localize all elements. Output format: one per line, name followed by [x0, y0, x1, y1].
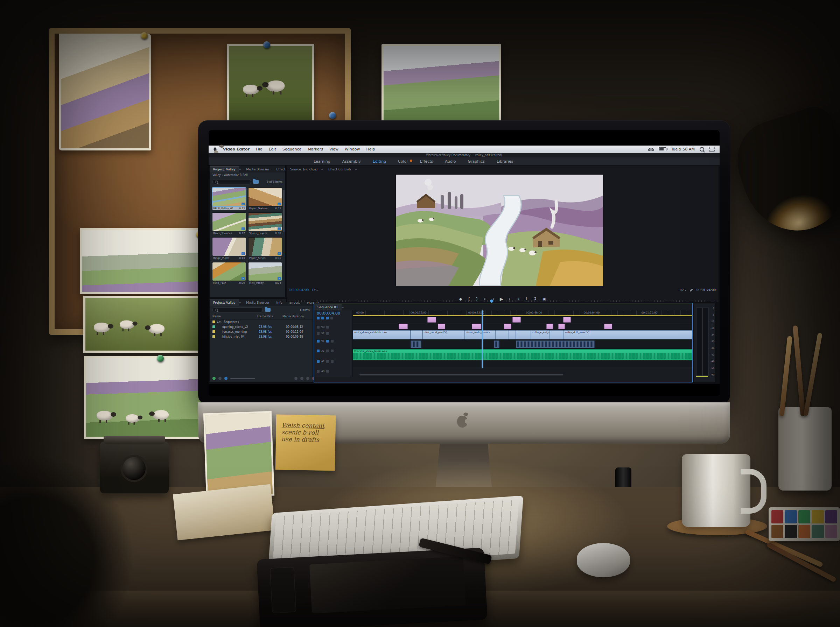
spotlight-search-icon[interactable]: [700, 147, 704, 151]
track-v3[interactable]: [353, 317, 692, 323]
project-search-input[interactable]: [213, 179, 251, 184]
video-clip[interactable]: cottage_ext_smoke: [531, 330, 550, 339]
graphic-clip[interactable]: [563, 317, 571, 323]
track-header-v2[interactable]: V2: [317, 332, 329, 335]
audio-clip[interactable]: [516, 340, 595, 348]
mark-in-button[interactable]: {: [468, 297, 470, 301]
video-clip[interactable]: river_bend_pan [V]: [422, 330, 465, 339]
graphic-clip[interactable]: [399, 324, 408, 329]
eye-icon[interactable]: [326, 326, 329, 329]
track-header-a3[interactable]: A3: [317, 370, 329, 373]
video-clip-thumb[interactable]: [495, 330, 509, 339]
graphic-clip[interactable]: [546, 324, 553, 329]
new-item-icon[interactable]: [306, 377, 309, 380]
audio-clip[interactable]: [411, 340, 421, 348]
bin-row-clip[interactable]: terraces_morning 23.98 fps 00:00:12:04: [210, 329, 312, 334]
lock-icon[interactable]: [317, 332, 320, 335]
lock-icon[interactable]: [317, 370, 320, 373]
track-header-a1[interactable]: A1: [317, 350, 334, 352]
bin-row-sequences[interactable]: ▸🗀 Sequences: [210, 320, 312, 325]
menu-view[interactable]: View: [329, 147, 339, 151]
mute-icon[interactable]: [326, 350, 329, 352]
apple-menu-icon[interactable]: [213, 148, 216, 151]
settings-wrench-icon[interactable]: [330, 317, 333, 320]
menu-markers[interactable]: Markers: [308, 147, 323, 151]
music-clip[interactable]: Peaceful_Valley_Music.wav: [353, 349, 692, 361]
workspace-tab-effects[interactable]: Effects: [420, 159, 433, 164]
snap-icon[interactable]: [317, 317, 320, 320]
control-center-icon[interactable]: [709, 147, 715, 152]
graphic-clip[interactable]: [604, 324, 612, 329]
step-forward-button[interactable]: ›: [509, 297, 510, 301]
mute-icon[interactable]: [326, 370, 329, 373]
source-patch-a2[interactable]: [317, 360, 320, 363]
new-bin-footer-icon[interactable]: [300, 377, 303, 380]
go-to-out-button[interactable]: ⇥: [516, 297, 519, 301]
settings-wrench-icon[interactable]: [690, 289, 693, 292]
app-name[interactable]: Video Editor: [223, 147, 249, 151]
menu-sequence[interactable]: Sequence: [282, 147, 301, 151]
eye-icon[interactable]: [331, 340, 334, 343]
timeline-timecode[interactable]: 00:00:04:00: [314, 310, 353, 316]
tab-effect-controls[interactable]: Effect Controls: [325, 167, 355, 172]
step-back-button[interactable]: ‹: [492, 297, 494, 301]
video-clip[interactable]: stone_walls_terrace: [465, 330, 495, 339]
menu-help[interactable]: Help: [366, 147, 375, 151]
export-frame-button[interactable]: ▣: [542, 297, 546, 301]
clip-card[interactable]: ▸Strata_Layers0:08: [249, 213, 282, 235]
video-clip[interactable]: misty_dawn_establish.mov: [353, 330, 411, 339]
automate-icon[interactable]: [213, 377, 216, 380]
tab-source-monitor[interactable]: Source: (no clips): [287, 167, 321, 172]
workspace-tab-graphics[interactable]: Graphics: [468, 159, 485, 164]
mute-icon[interactable]: [326, 360, 329, 363]
graphic-clip[interactable]: [438, 324, 445, 329]
tablet-active-area[interactable]: [309, 556, 466, 613]
track-v1[interactable]: misty_dawn_establish.mov river_bend_pan …: [353, 330, 692, 340]
tab-sequence[interactable]: Sequence 01: [314, 304, 342, 310]
tab-project[interactable]: Project: Valley: [210, 166, 239, 172]
panel-menu-icon[interactable]: ≡: [239, 168, 243, 172]
magic-mouse[interactable]: [577, 543, 630, 577]
track-header-v1[interactable]: V1: [317, 340, 334, 343]
audio-clip[interactable]: [494, 340, 500, 348]
target-v1[interactable]: [326, 340, 329, 343]
workspace-tab-audio[interactable]: Audio: [445, 159, 456, 164]
timeline-playhead[interactable]: [482, 310, 483, 368]
clip-card[interactable]: ▸Field_Path0:09: [213, 262, 246, 284]
clip-card[interactable]: ▸Paper_Texture0:05: [249, 188, 282, 210]
project-breadcrumb[interactable]: Valley › Watercolor B-Roll: [210, 172, 285, 178]
workspace-tab-editing[interactable]: Editing: [373, 159, 386, 164]
video-clip-thumb[interactable]: [550, 330, 564, 339]
bin-row-clip[interactable]: hillside_mist_04 23.98 fps 00:00:09:18: [210, 334, 312, 339]
workspace-tab-assembly[interactable]: Assembly: [342, 159, 361, 164]
graphic-clip[interactable]: [427, 317, 436, 323]
track-a1[interactable]: [353, 340, 692, 349]
bin-row-clip[interactable]: opening_scene_v2 23.98 fps 00:00:08:12: [210, 325, 312, 329]
workspace-tab-learning[interactable]: Learning: [314, 159, 330, 164]
find-icon[interactable]: [294, 377, 298, 380]
video-clip-thumb[interactable]: [509, 330, 515, 339]
tab-info[interactable]: Info: [273, 300, 286, 306]
new-bin-icon[interactable]: [265, 308, 271, 312]
video-clip[interactable]: valley_drift_slow [V]: [563, 330, 692, 339]
go-to-in-button[interactable]: ⇤: [484, 297, 487, 301]
video-clip-thumb[interactable]: [411, 330, 422, 339]
source-patch-v1[interactable]: [317, 340, 320, 343]
add-marker-button[interactable]: ◆: [459, 297, 462, 301]
clip-card[interactable]: ▸Mist_Valley0:04: [249, 262, 282, 284]
extract-button[interactable]: ↧: [534, 297, 537, 301]
track-a2[interactable]: Peaceful_Valley_Music.wav: [353, 349, 692, 361]
timeline-h-scrollbar[interactable]: [359, 374, 563, 375]
track-a3[interactable]: [353, 361, 692, 367]
project-scrollbar[interactable]: [283, 190, 285, 232]
lift-button[interactable]: ↥: [525, 297, 528, 301]
menu-window[interactable]: Window: [345, 147, 360, 151]
position-timecode[interactable]: 00:00:04:00: [290, 288, 309, 292]
wifi-icon[interactable]: [648, 148, 654, 151]
tab-media-browser-2[interactable]: Media Browser: [243, 300, 273, 306]
mark-out-button[interactable]: }: [476, 297, 478, 301]
clip-card[interactable]: ▸River_Terraces0:12: [213, 213, 246, 235]
graphic-clip[interactable]: [558, 324, 565, 329]
eye-icon[interactable]: [326, 332, 329, 335]
track-v2[interactable]: [353, 323, 692, 330]
